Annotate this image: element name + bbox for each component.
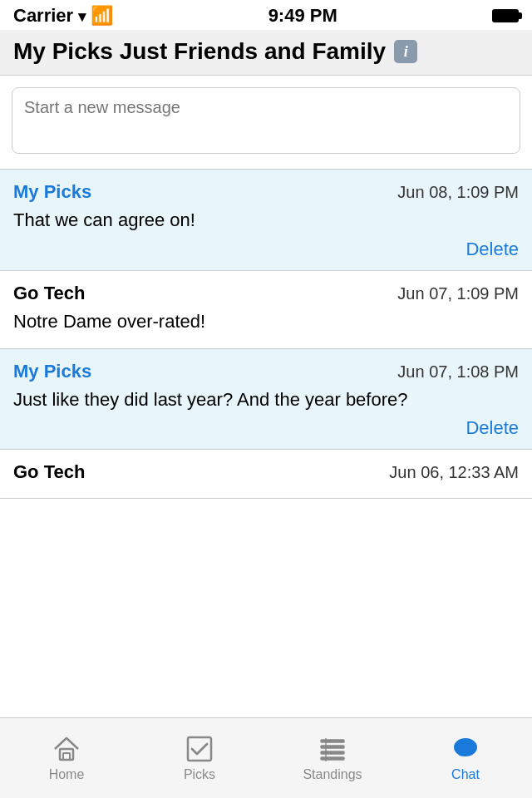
new-message-container [0, 76, 532, 170]
time-label: 9:49 PM [268, 5, 337, 27]
tab-chat[interactable]: Chat [399, 718, 532, 798]
delete-button[interactable]: Delete [13, 239, 519, 260]
messages-list: My Picks Jun 08, 1:09 PM That we can agr… [0, 170, 532, 499]
message-header: My Picks Jun 07, 1:08 PM [13, 361, 519, 382]
message-body: Just like they did last year? And the ye… [13, 387, 519, 413]
svg-rect-6 [321, 757, 344, 760]
message-header: Go Tech Jun 06, 12:33 AM [13, 461, 519, 483]
home-icon [52, 734, 81, 764]
delete-button[interactable]: Delete [13, 417, 519, 439]
battery-area [492, 9, 519, 22]
chat-icon [451, 734, 480, 764]
message-sender: My Picks [13, 181, 91, 203]
message-header: My Picks Jun 08, 1:09 PM [13, 181, 519, 203]
battery-icon [492, 9, 519, 22]
tab-standings[interactable]: Standings [266, 718, 399, 798]
header: My Picks Just Friends and Family i [0, 30, 532, 76]
message-item: Go Tech Jun 07, 1:09 PM Notre Dame over-… [0, 271, 532, 349]
page-title: My Picks Just Friends and Family [13, 38, 386, 65]
message-item: Go Tech Jun 06, 12:33 AM [0, 450, 532, 499]
message-sender: My Picks [13, 361, 91, 382]
svg-rect-5 [321, 751, 344, 754]
tab-standings-label: Standings [303, 767, 362, 782]
new-message-input[interactable] [12, 87, 520, 154]
tab-picks[interactable]: Picks [133, 718, 266, 798]
svg-rect-4 [321, 746, 344, 748]
carrier-label: Carrier ▾ 📶 [13, 5, 113, 27]
message-body: Notre Dame over-rated! [13, 309, 519, 335]
message-sender: Go Tech [13, 283, 85, 304]
svg-rect-3 [321, 740, 344, 742]
picks-icon [185, 734, 214, 764]
standings-icon [318, 734, 347, 764]
message-time: Jun 07, 1:08 PM [397, 362, 519, 382]
svg-point-8 [454, 738, 477, 756]
tab-chat-label: Chat [451, 767, 480, 782]
message-time: Jun 07, 1:09 PM [397, 284, 519, 303]
message-item: My Picks Jun 07, 1:08 PM Just like they … [0, 349, 532, 451]
message-time: Jun 08, 1:09 PM [397, 183, 519, 202]
status-bar: Carrier ▾ 📶 9:49 PM [0, 0, 532, 30]
tab-picks-label: Picks [184, 767, 215, 782]
tab-home[interactable]: Home [0, 718, 133, 798]
tab-home-label: Home [49, 767, 85, 782]
svg-rect-0 [60, 749, 73, 760]
content-area: My Picks Jun 08, 1:09 PM That we can agr… [0, 76, 532, 579]
message-sender: Go Tech [13, 461, 85, 483]
tab-bar: Home Picks Standings Chat [0, 717, 532, 798]
info-button[interactable]: i [394, 40, 417, 63]
message-header: Go Tech Jun 07, 1:09 PM [13, 283, 519, 304]
message-item: My Picks Jun 08, 1:09 PM That we can agr… [0, 170, 532, 271]
message-time: Jun 06, 12:33 AM [389, 463, 519, 482]
message-body: That we can agree on! [13, 208, 519, 234]
